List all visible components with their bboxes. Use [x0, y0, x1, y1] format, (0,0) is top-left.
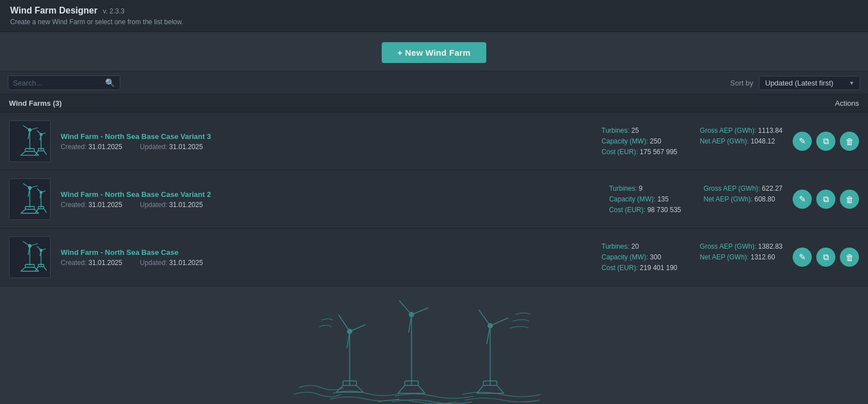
turbines-value: 25 [631, 127, 639, 134]
farm-gross-aep: Gross AEP (GWh): 1113.84 [700, 127, 783, 134]
capacity-value: 250 [650, 137, 661, 145]
search-icon: 🔍 [105, 78, 115, 87]
farm-stats: Turbines: 20 Capacity (MW): 300 Cost (EU… [602, 243, 783, 272]
app-subtitle: Create a new Wind Farm or select one fro… [10, 18, 858, 26]
search-input[interactable] [13, 79, 103, 87]
gross-aep-value: 622.27 [762, 185, 783, 192]
svg-line-56 [338, 315, 350, 331]
delete-button[interactable]: 🗑 [840, 248, 859, 267]
farm-thumbnail [9, 236, 51, 278]
farm-created-label: Created: 31.01.2025 [61, 259, 130, 267]
net-aep-value: 1048.12 [751, 137, 775, 145]
capacity-value: 300 [650, 253, 661, 261]
svg-line-72 [497, 385, 504, 393]
farm-turbines: Turbines: 20 [602, 243, 677, 250]
edit-button[interactable]: ✎ [793, 248, 812, 267]
new-farm-area: + New Wind Farm [0, 32, 868, 71]
farm-updated-label: Updated: 31.01.2025 [140, 201, 211, 209]
farm-capacity: Capacity (MW): 135 [609, 195, 681, 203]
farms-count-label: Wind Farms (3) [9, 99, 62, 107]
farm-capacity: Capacity (MW): 300 [602, 253, 677, 261]
svg-line-36 [21, 267, 25, 271]
farm-stats: Turbines: 25 Capacity (MW): 250 Cost (EU… [602, 127, 783, 156]
capacity-label: Capacity (MW): [602, 137, 650, 145]
svg-line-62 [398, 385, 405, 393]
farm-thumbnail [9, 120, 51, 162]
svg-point-68 [409, 312, 414, 317]
app-title: Wind Farm Designer [10, 6, 97, 15]
sort-select[interactable]: Updated (Latest first) Created (Latest f… [759, 76, 860, 90]
farm-updated-label: Updated: 31.01.2025 [140, 259, 211, 267]
app-header: Wind Farm Designer v. 2.3.3 Create a new… [0, 0, 868, 32]
gross-aep-label: Gross AEP (GWh): [703, 185, 762, 192]
net-aep-label: Net AEP (GWh): [703, 195, 754, 203]
gross-aep-label: Gross AEP (GWh): [700, 243, 758, 250]
farm-updated-date: 31.01.2025 [169, 201, 203, 209]
svg-point-59 [347, 329, 352, 334]
svg-line-54 [356, 385, 363, 392]
farm-gross-aep: Gross AEP (GWh): 622.27 [703, 185, 783, 192]
copy-button[interactable]: ⧉ [816, 132, 835, 151]
gross-aep-value: 1382.83 [758, 243, 783, 250]
svg-line-74 [479, 310, 490, 326]
new-wind-farm-button[interactable]: + New Wind Farm [382, 42, 486, 63]
svg-line-65 [399, 300, 412, 315]
farm-stats-right: Gross AEP (GWh): 1113.84 Net AEP (GWh): … [700, 127, 783, 156]
edit-button[interactable]: ✎ [793, 132, 812, 151]
farm-dates: Created: 31.01.2025 Updated: 31.01.2025 [61, 201, 599, 209]
delete-button[interactable]: 🗑 [840, 190, 859, 209]
cost-value: 175 567 995 [640, 148, 677, 156]
farm-actions: ✎ ⧉ 🗑 [793, 248, 859, 267]
turbines-value: 20 [631, 243, 639, 250]
svg-point-50 [40, 249, 42, 252]
svg-line-46 [44, 267, 47, 271]
svg-point-16 [40, 133, 42, 136]
search-wrapper: 🔍 [8, 75, 120, 90]
farm-dates: Created: 31.01.2025 Updated: 31.01.2025 [61, 259, 591, 267]
capacity-value: 135 [657, 195, 668, 203]
table-row: Wind Farm - North Sea Base Case Variant … [0, 113, 868, 170]
farm-name[interactable]: Wind Farm - North Sea Base Case [61, 248, 178, 257]
farm-created-label: Created: 31.01.2025 [61, 201, 130, 209]
svg-line-66 [412, 308, 428, 315]
sort-select-wrapper: Updated (Latest first) Created (Latest f… [759, 76, 860, 90]
svg-line-63 [418, 385, 425, 393]
farm-stats: Turbines: 9 Capacity (MW): 135 Cost (EUR… [609, 185, 783, 214]
farm-actions: ✎ ⧉ 🗑 [793, 132, 859, 151]
search-sort-bar: 🔍 Sort by Updated (Latest first) Created… [0, 71, 868, 95]
svg-line-76 [487, 326, 490, 344]
farm-name[interactable]: Wind Farm - North Sea Base Case Variant … [61, 190, 211, 199]
cost-label: Cost (EUR): [609, 206, 647, 214]
cost-label: Cost (EUR): [602, 148, 640, 156]
net-aep-label: Net AEP (GWh): [700, 253, 751, 261]
farm-created-date: 31.01.2025 [88, 201, 122, 209]
farm-info: Wind Farm - North Sea Base Case Variant … [61, 132, 591, 151]
sort-label: Sort by [730, 79, 753, 87]
farms-list-header: Wind Farms (3) Actions [0, 95, 868, 113]
svg-line-29 [44, 209, 47, 213]
edit-button[interactable]: ✎ [793, 190, 812, 209]
farm-dates: Created: 31.01.2025 Updated: 31.01.2025 [61, 143, 591, 151]
delete-button[interactable]: 🗑 [840, 132, 859, 151]
svg-line-75 [490, 318, 508, 326]
sort-wrapper: Sort by Updated (Latest first) Created (… [730, 76, 860, 90]
cost-value: 219 401 190 [640, 264, 677, 272]
turbines-label: Turbines: [602, 243, 631, 250]
farm-name[interactable]: Wind Farm - North Sea Base Case Variant … [61, 132, 211, 141]
net-aep-value: 608.80 [754, 195, 775, 203]
farm-updated-date: 31.01.2025 [169, 259, 203, 267]
actions-header-label: Actions [835, 99, 859, 107]
net-aep-value: 1312.60 [751, 253, 775, 261]
svg-point-25 [29, 187, 31, 190]
copy-button[interactable]: ⧉ [816, 190, 835, 209]
svg-point-8 [29, 129, 31, 132]
svg-point-77 [488, 324, 492, 328]
farm-gross-aep: Gross AEP (GWh): 1382.83 [700, 243, 783, 250]
farm-stats-right: Gross AEP (GWh): 1382.83 Net AEP (GWh): … [700, 243, 783, 272]
farm-stats-left: Turbines: 25 Capacity (MW): 250 Cost (EU… [602, 127, 677, 156]
svg-line-19 [21, 209, 25, 213]
copy-button[interactable]: ⧉ [816, 248, 835, 267]
svg-point-33 [40, 191, 42, 194]
svg-point-42 [29, 245, 31, 248]
farm-updated-date: 31.01.2025 [169, 143, 203, 151]
